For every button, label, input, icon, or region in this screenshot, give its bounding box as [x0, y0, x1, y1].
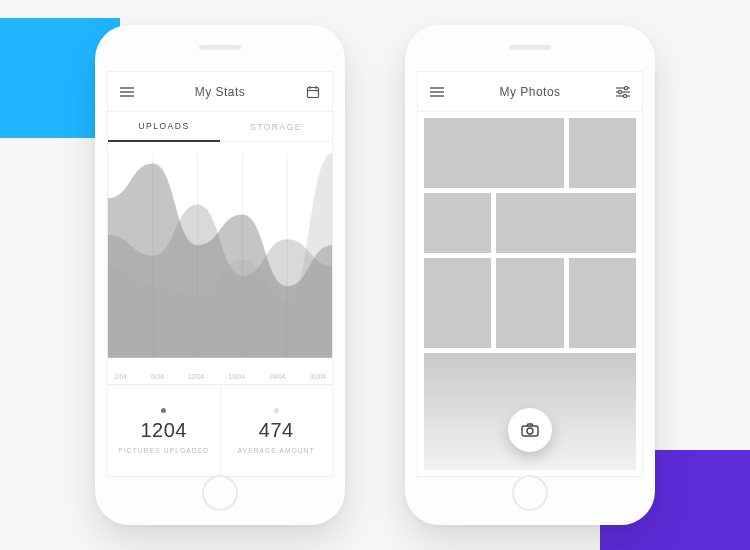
chart-x-label: 6/04	[151, 373, 164, 380]
svg-point-19	[618, 90, 621, 93]
stats-tabs: UPLOADS STORAGE	[108, 112, 332, 142]
chart-x-label: 18/04	[229, 373, 245, 380]
dot-indicator-light	[274, 408, 279, 413]
stat-pictures-uploaded: 1204 PICTURES UPLOADED	[108, 385, 220, 476]
phone-frame-photos: My Photos	[405, 25, 655, 525]
stat-value: 1204	[141, 419, 188, 442]
camera-button[interactable]	[508, 408, 552, 452]
dot-indicator-dark	[161, 408, 166, 413]
calendar-icon[interactable]	[306, 85, 320, 99]
photo-thumbnail[interactable]	[424, 258, 491, 348]
photos-screen: My Photos	[417, 71, 643, 477]
menu-icon[interactable]	[120, 87, 134, 97]
filters-icon[interactable]	[616, 86, 630, 98]
chart-x-label: 24/04	[269, 373, 285, 380]
svg-point-17	[624, 86, 627, 89]
chart-x-label: 1/04	[114, 373, 127, 380]
stat-label: PICTURES UPLOADED	[118, 447, 209, 454]
stat-average-amount: 474 AVERAGE AMOUNT	[220, 385, 333, 476]
photo-thumbnail-large[interactable]	[424, 353, 636, 470]
menu-icon[interactable]	[430, 87, 444, 97]
chart-x-label: 12/04	[188, 373, 204, 380]
photo-grid	[418, 112, 642, 476]
photos-topbar: My Photos	[418, 72, 642, 112]
stats-topbar: My Stats	[108, 72, 332, 112]
svg-point-23	[527, 428, 533, 434]
stat-label: AVERAGE AMOUNT	[238, 447, 315, 454]
stats-screen: My Stats UPLOADS STORAGE 1/046/0412/0418…	[107, 71, 333, 477]
photo-thumbnail[interactable]	[424, 118, 564, 188]
tab-uploads[interactable]: UPLOADS	[108, 112, 220, 142]
stat-value: 474	[259, 419, 294, 442]
svg-rect-3	[308, 87, 319, 97]
uploads-chart: 1/046/0412/0418/0424/0430/04	[108, 142, 332, 384]
stats-summary-row: 1204 PICTURES UPLOADED 474 AVERAGE AMOUN…	[108, 384, 332, 476]
svg-point-21	[623, 94, 626, 97]
photo-thumbnail[interactable]	[424, 193, 491, 253]
photo-thumbnail[interactable]	[496, 258, 563, 348]
page-title: My Photos	[499, 85, 560, 99]
phone-frame-stats: My Stats UPLOADS STORAGE 1/046/0412/0418…	[95, 25, 345, 525]
photo-thumbnail[interactable]	[569, 118, 636, 188]
tab-storage[interactable]: STORAGE	[220, 112, 332, 142]
photo-thumbnail[interactable]	[496, 193, 636, 253]
page-title: My Stats	[195, 85, 246, 99]
photo-thumbnail[interactable]	[569, 258, 636, 348]
camera-icon	[521, 423, 539, 437]
chart-x-label: 30/04	[310, 373, 326, 380]
